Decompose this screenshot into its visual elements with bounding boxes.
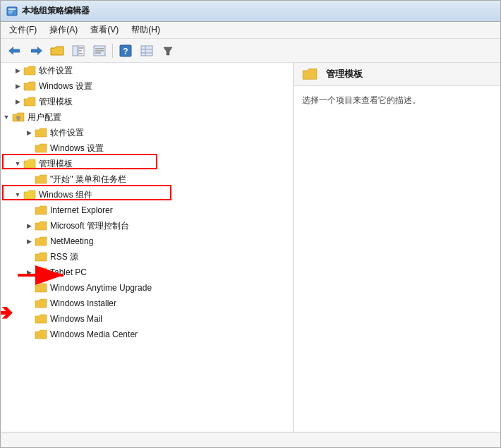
list-button[interactable] (90, 42, 109, 60)
svg-rect-5 (13, 49, 20, 52)
folder-icon-netmeeting (35, 236, 47, 247)
title-bar-icon (6, 6, 18, 17)
folder-icon-software-top (23, 65, 36, 76)
arrow-windows-top: ▶ (12, 78, 23, 94)
toolbar: ? (1, 39, 500, 63)
tree-panel[interactable]: ▶ 软件设置 ▶ Windows 设置 (1, 63, 294, 432)
label-admin-top: 管理模板 (39, 96, 73, 108)
arrow-tablet: ▶ (23, 265, 35, 280)
menu-file[interactable]: 文件(F) (4, 23, 42, 37)
tree-item-windows-media[interactable]: Windows Media Center (1, 327, 293, 342)
folder-icon-rss (35, 251, 47, 262)
svg-rect-7 (31, 49, 38, 52)
tree-item-rss[interactable]: RSS 源 (1, 249, 293, 265)
tree-item-windows-components[interactable]: ▼ Windows 组件 (1, 187, 293, 202)
folder-icon-mail (35, 313, 47, 325)
menu-action[interactable]: 操作(A) (44, 23, 83, 37)
svg-marker-23 (164, 47, 172, 55)
folder-icon-media (35, 329, 47, 340)
label-windows-user: Windows 设置 (50, 143, 104, 155)
help-button[interactable]: ? (116, 42, 135, 60)
folder-icon-tablet (35, 267, 47, 278)
folder-icon-header (302, 67, 318, 81)
folder-icon-windows-user (35, 143, 47, 154)
folder-icon-installer (35, 298, 47, 309)
arrow-admin-top: ▶ (12, 94, 23, 109)
folder-icon-admin-user (23, 158, 36, 169)
svg-rect-14 (95, 48, 104, 49)
folder-icon-software-user (35, 127, 47, 138)
right-panel-header: 管理模板 (294, 63, 500, 86)
right-panel-description: 选择一个项目来查看它的描述。 (294, 86, 500, 115)
label-windows-top: Windows 设置 (39, 80, 92, 92)
arrow-software-user: ▶ (23, 125, 35, 140)
title-bar: 本地组策略编辑器 (1, 1, 500, 22)
label-media: Windows Media Center (50, 329, 138, 339)
label-rss: RSS 源 (50, 251, 78, 263)
main-content: ▶ 软件设置 ▶ Windows 设置 (1, 63, 500, 432)
svg-rect-10 (79, 47, 83, 49)
tree-item-software-user[interactable]: ▶ 软件设置 (1, 125, 293, 140)
forward-button[interactable] (26, 42, 46, 60)
tree-item-ie[interactable]: Internet Explorer (1, 202, 293, 218)
arrow-windows-components: ▼ (12, 187, 23, 202)
label-installer: Windows Installer (50, 298, 116, 308)
label-software-top: 软件设置 (39, 65, 73, 77)
back-button[interactable] (5, 42, 25, 60)
label-windows-components: Windows 组件 (39, 189, 92, 201)
description-text: 选择一个项目来查看它的描述。 (302, 95, 421, 105)
svg-rect-2 (8, 11, 13, 12)
svg-rect-15 (95, 50, 104, 52)
label-anytime: Windows Anytime Upgrade (50, 283, 152, 293)
menu-help[interactable]: 帮助(H) (126, 23, 166, 37)
tree-item-admin-templates-top[interactable]: ▶ 管理模板 (1, 94, 293, 109)
svg-rect-12 (79, 53, 83, 54)
tree-item-software-settings-top[interactable]: ▶ 软件设置 (1, 63, 293, 78)
tree-item-tablet[interactable]: ▶ Tablet PC (1, 265, 293, 280)
svg-marker-6 (37, 47, 42, 55)
tree-item-user-config[interactable]: ▼ 用户配置 (1, 109, 293, 125)
arrow-admin-user: ▼ (12, 156, 23, 171)
toolbar-separator-1 (112, 44, 113, 58)
label-netmeeting: NetMeeting (50, 236, 93, 246)
folder-icon-ms-mgmt (35, 220, 47, 231)
arrow-user-config: ▼ (1, 109, 12, 125)
svg-rect-1 (8, 8, 16, 10)
show-hide-button[interactable] (68, 42, 88, 60)
svg-text:?: ? (123, 47, 128, 56)
folder-icon-start (35, 174, 47, 185)
svg-rect-19 (141, 46, 152, 56)
label-mail: Windows Mail (50, 314, 102, 324)
tree-item-netmeeting[interactable]: ▶ NetMeeting (1, 234, 293, 249)
svg-rect-3 (8, 12, 12, 13)
tree-item-windows-anytime[interactable]: Windows Anytime Upgrade (1, 280, 293, 296)
folder-icon-windows-top (23, 80, 36, 92)
tree-item-windows-settings-top[interactable]: ▶ Windows 设置 (1, 78, 293, 94)
arrow-netmeeting: ▶ (23, 234, 35, 249)
svg-rect-11 (79, 50, 82, 52)
label-ie: Internet Explorer (50, 205, 113, 215)
main-window: 本地组策略编辑器 文件(F) 操作(A) 查看(V) 帮助(H) (0, 0, 501, 448)
label-user-config: 用户配置 (28, 111, 61, 123)
folder-icon-ie (35, 205, 47, 216)
svg-marker-4 (8, 47, 13, 55)
status-bar (1, 432, 500, 447)
tree-item-start-menu[interactable]: "开始" 菜单和任务栏 (1, 171, 293, 187)
tree-item-windows-mail[interactable]: Windows Mail (1, 311, 293, 327)
right-panel-title: 管理模板 (326, 68, 363, 80)
tree-item-windows-user[interactable]: Windows 设置 (1, 140, 293, 156)
menu-bar: 文件(F) 操作(A) 查看(V) 帮助(H) (1, 22, 500, 39)
label-software-user: 软件设置 (50, 127, 84, 139)
tree-item-windows-installer[interactable]: Windows Installer (1, 296, 293, 311)
filter-button[interactable] (158, 42, 178, 60)
right-panel: 管理模板 选择一个项目来查看它的描述。 (294, 63, 500, 432)
tree-item-admin-templates-user[interactable]: ▼ 管理模板 (1, 156, 293, 171)
folder-icon-btn[interactable] (47, 42, 67, 60)
menu-view[interactable]: 查看(V) (85, 23, 124, 37)
svg-point-24 (16, 116, 20, 120)
label-tablet: Tablet PC (50, 267, 87, 277)
arrow-ms-mgmt: ▶ (23, 218, 35, 234)
tree-item-ms-mgmt[interactable]: ▶ Microsoft 管理控制台 (1, 218, 293, 234)
label-start-menu: "开始" 菜单和任务栏 (50, 174, 126, 186)
grid-button[interactable] (137, 42, 157, 60)
